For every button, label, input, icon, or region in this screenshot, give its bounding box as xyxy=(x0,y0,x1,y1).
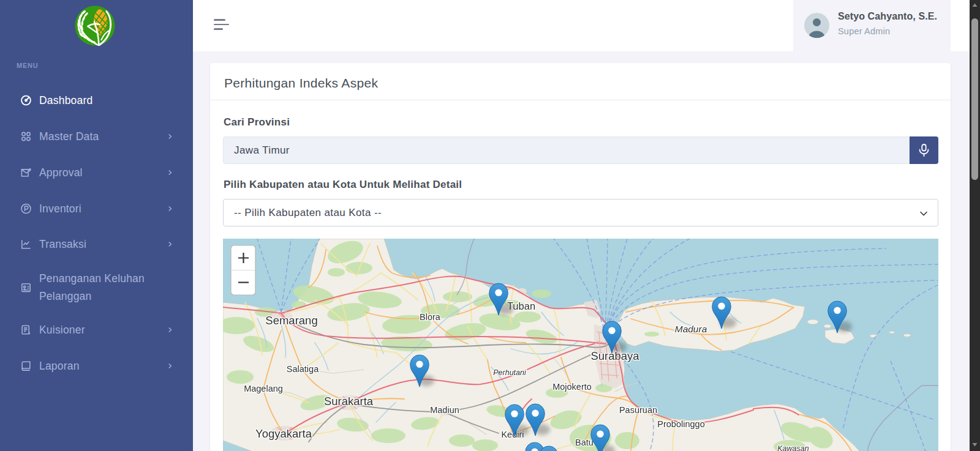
svg-text:Mojokerto: Mojokerto xyxy=(552,382,592,392)
svg-text:Salatiga: Salatiga xyxy=(287,364,319,374)
svg-text:Kawasan: Kawasan xyxy=(777,444,809,451)
svg-text:Yogyakarta: Yogyakarta xyxy=(255,427,312,440)
svg-text:Batu: Batu xyxy=(575,438,594,447)
svg-text:Blora: Blora xyxy=(420,312,441,322)
svg-text:Madura: Madura xyxy=(675,324,707,334)
svg-text:Perhutani: Perhutani xyxy=(493,368,527,377)
svg-text:Semarang: Semarang xyxy=(265,314,317,327)
svg-text:Madiun: Madiun xyxy=(430,405,459,415)
svg-text:Pasuruan: Pasuruan xyxy=(619,405,657,415)
svg-text:Surakarta: Surakarta xyxy=(324,395,374,408)
svg-text:Magelang: Magelang xyxy=(244,384,283,393)
svg-text:Probolinggo: Probolinggo xyxy=(657,419,704,429)
